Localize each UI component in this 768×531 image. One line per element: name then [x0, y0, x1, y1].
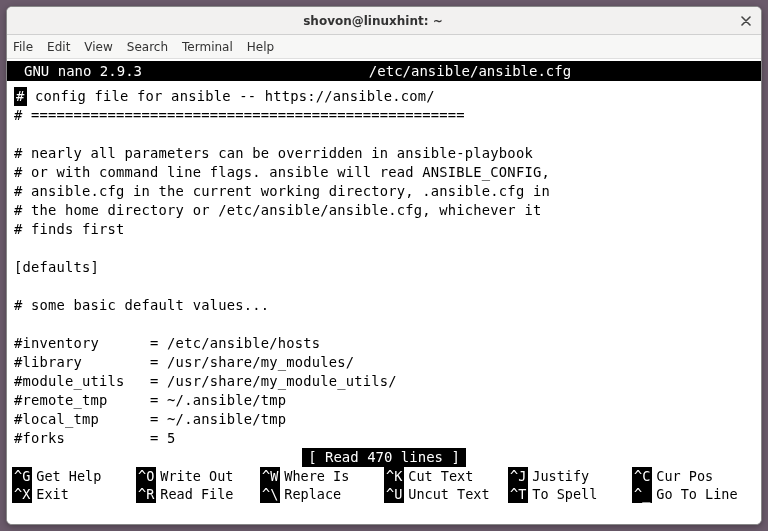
file-line: # the home directory or /etc/ansible/ans…	[14, 202, 541, 218]
menu-terminal[interactable]: Terminal	[182, 40, 233, 54]
file-line: #local_tmp = ~/.ansible/tmp	[14, 411, 286, 427]
shortcut-cut-text[interactable]: ^KCut Text	[384, 467, 508, 485]
nano-status-text: [ Read 470 lines ]	[302, 448, 466, 467]
window-titlebar: shovon@linuxhint: ~	[7, 7, 761, 35]
menu-file[interactable]: File	[13, 40, 33, 54]
editor-content[interactable]: ## config file for ansible -- https://an…	[10, 81, 758, 448]
file-line: #module_utils = /usr/share/my_module_uti…	[14, 373, 397, 389]
menu-help[interactable]: Help	[247, 40, 274, 54]
shortcut-write-out[interactable]: ^OWrite Out	[136, 467, 260, 485]
menubar: File Edit View Search Terminal Help	[7, 35, 761, 59]
nano-shortcuts-row1: ^GGet Help ^OWrite Out ^WWhere Is ^KCut …	[10, 467, 758, 485]
file-line: # nearly all parameters can be overridde…	[14, 145, 533, 161]
file-line: # ======================================…	[14, 107, 465, 123]
nano-shortcuts-row2: ^XExit ^RRead File ^\Replace ^UUncut Tex…	[10, 485, 758, 503]
shortcut-justify[interactable]: ^JJustify	[508, 467, 632, 485]
file-line: #forks = 5	[14, 430, 176, 446]
nano-app-name: GNU nano 2.9.3	[10, 61, 142, 81]
shortcut-exit[interactable]: ^XExit	[12, 485, 136, 503]
shortcut-to-spell[interactable]: ^TTo Spell	[508, 485, 632, 503]
file-line: # ansible.cfg in the current working dir…	[14, 183, 550, 199]
shortcut-get-help[interactable]: ^GGet Help	[12, 467, 136, 485]
close-icon[interactable]	[739, 14, 753, 28]
nano-header: GNU nano 2.9.3 /etc/ansible/ansible.cfg	[7, 61, 761, 81]
shortcut-read-file[interactable]: ^RRead File	[136, 485, 260, 503]
file-line: # some basic default values...	[14, 297, 269, 313]
terminal-window: shovon@linuxhint: ~ File Edit View Searc…	[6, 6, 762, 525]
shortcut-replace[interactable]: ^\Replace	[260, 485, 384, 503]
file-line: # finds first	[14, 221, 125, 237]
menu-edit[interactable]: Edit	[47, 40, 70, 54]
menu-view[interactable]: View	[84, 40, 112, 54]
window-title: shovon@linuxhint: ~	[7, 14, 739, 28]
shortcut-cur-pos[interactable]: ^CCur Pos	[632, 467, 756, 485]
file-line: [defaults]	[14, 259, 99, 275]
file-line: #library = /usr/share/my_modules/	[14, 354, 354, 370]
file-line: #remote_tmp = ~/.ansible/tmp	[14, 392, 286, 408]
nano-status: [ Read 470 lines ]	[10, 448, 758, 467]
shortcut-go-to-line[interactable]: ^_Go To Line	[632, 485, 756, 503]
terminal-viewport[interactable]: GNU nano 2.9.3 /etc/ansible/ansible.cfg …	[7, 59, 761, 524]
nano-filepath: /etc/ansible/ansible.cfg	[142, 61, 758, 81]
file-line: # or with command line flags. ansible wi…	[14, 164, 550, 180]
cursor-line-highlight: #	[14, 87, 27, 106]
menu-search[interactable]: Search	[127, 40, 168, 54]
file-line: #inventory = /etc/ansible/hosts	[14, 335, 320, 351]
shortcut-uncut-text[interactable]: ^UUncut Text	[384, 485, 508, 503]
shortcut-where-is[interactable]: ^WWhere Is	[260, 467, 384, 485]
